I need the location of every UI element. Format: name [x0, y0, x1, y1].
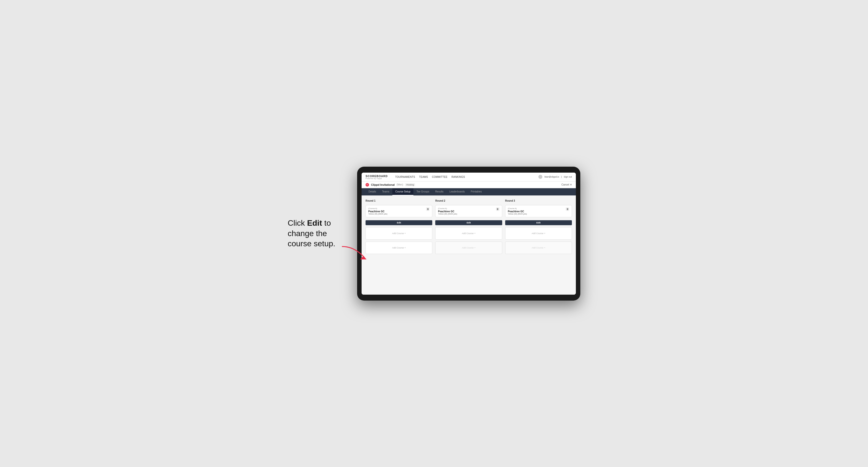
nav-right: blair@clippd.io | Sign out [538, 175, 572, 179]
round-3-course-name: Peachtree GC [508, 210, 566, 213]
tab-details[interactable]: Details [366, 188, 379, 195]
annotation-bold: Edit [307, 218, 322, 227]
logo-sub: Powered by clippd [366, 178, 388, 179]
round-2-course-card: (Course A) Peachtree GC Yellow (M) (6629… [435, 205, 502, 217]
round-2-add-course-2-label: Add Course + [462, 247, 475, 249]
round-3-delete-icon[interactable]: 🗑 [566, 207, 569, 211]
round-3-add-course-1[interactable]: Add Course + [505, 227, 572, 240]
tab-leaderboards[interactable]: Leaderboards [446, 188, 468, 195]
round-2-course-detail: Yellow (M) (6629 yds) [438, 213, 496, 215]
annotation-text: Click Edit to change the course setup. [288, 218, 357, 249]
cancel-x-icon: ✕ [570, 183, 572, 186]
main-content: Round 1 (Course A) Peachtree GC Yellow (… [362, 195, 576, 294]
round-2-delete-icon[interactable]: 🗑 [496, 207, 499, 211]
nav-committee[interactable]: COMMITTEE [432, 176, 447, 178]
round-1-delete-icon[interactable]: 🗑 [426, 207, 430, 211]
round-2-course-tag: (Course A) [438, 207, 496, 210]
nav-teams[interactable]: TEAMS [419, 176, 428, 178]
round-1-add-course-1-label: Add Course + [392, 232, 406, 235]
round-1-course-card: (Course A) Peachtree GC Yellow (M) (6629… [366, 205, 432, 217]
annotation-prefix: Click [288, 218, 307, 227]
tab-course-setup[interactable]: Course Setup [392, 188, 413, 195]
round-3-course-info: (Course A) Peachtree GC Yellow (M) (6629… [508, 207, 566, 215]
cancel-button[interactable]: Cancel ✕ [561, 183, 572, 186]
tab-teams[interactable]: Teams [379, 188, 392, 195]
rounds-grid: Round 1 (Course A) Peachtree GC Yellow (… [366, 199, 572, 254]
tablet-screen: SCOREBOARD Powered by clippd TOURNAMENTS… [362, 173, 576, 294]
round-1-course-tag: (Course A) [368, 207, 426, 210]
hosting-badge: Hosting [405, 183, 415, 186]
tab-printables[interactable]: Printables [468, 188, 485, 195]
round-2-label: Round 2 [435, 199, 502, 202]
tab-bar: Details Teams Course Setup Tee Groups Re… [362, 188, 576, 195]
round-3-course-tag: (Course A) [508, 207, 566, 210]
round-2-column: Round 2 (Course A) Peachtree GC Yellow (… [435, 199, 502, 254]
nav-tournaments[interactable]: TOURNAMENTS [395, 176, 415, 178]
nav-rankings[interactable]: RANKINGS [452, 176, 465, 178]
round-3-edit-button[interactable]: Edit [505, 220, 572, 225]
tab-results[interactable]: Results [432, 188, 446, 195]
round-3-column: Round 3 (Course A) Peachtree GC Yellow (… [505, 199, 572, 254]
round-3-label: Round 3 [505, 199, 572, 202]
round-3-add-course-1-label: Add Course + [532, 232, 545, 235]
logo-title: SCOREBOARD [366, 175, 388, 178]
user-email: blair@clippd.io [545, 176, 559, 178]
round-1-edit-button[interactable]: Edit [366, 220, 432, 225]
breadcrumb-title: Clippd Invitational [371, 183, 395, 186]
round-3-add-course-2-label: Add Course + [532, 247, 545, 249]
sign-out-link[interactable]: Sign out [564, 176, 572, 178]
round-2-add-course-2: Add Course + [435, 242, 502, 254]
round-2-course-info: (Course A) Peachtree GC Yellow (M) (6629… [438, 207, 496, 215]
round-1-add-course-1[interactable]: Add Course + [366, 227, 432, 240]
page-wrapper: Click Edit to change the course setup. S… [260, 167, 608, 301]
round-2-course-name: Peachtree GC [438, 210, 496, 213]
nav-links: TOURNAMENTS TEAMS COMMITTEE RANKINGS [395, 176, 533, 178]
round-2-edit-button[interactable]: Edit [435, 220, 502, 225]
nav-separator: | [561, 176, 562, 178]
round-1-label: Round 1 [366, 199, 432, 202]
round-3-course-detail: Yellow (M) (6629 yds) [508, 213, 566, 215]
round-1-course-name: Peachtree GC [368, 210, 426, 213]
breadcrumb-bar: C Clippd Invitational (Men) Hosting Canc… [362, 182, 576, 188]
svg-marker-0 [360, 256, 367, 259]
round-1-course-detail: Yellow (M) (6629 yds) [368, 213, 426, 215]
tab-tee-groups[interactable]: Tee Groups [413, 188, 432, 195]
round-3-add-course-2: Add Course + [505, 242, 572, 254]
user-avatar [538, 175, 542, 179]
top-nav: SCOREBOARD Powered by clippd TOURNAMENTS… [362, 173, 576, 182]
round-2-add-course-1-label: Add Course + [462, 232, 475, 235]
round-2-add-course-1[interactable]: Add Course + [435, 227, 502, 240]
round-1-course-info: (Course A) Peachtree GC Yellow (M) (6629… [368, 207, 426, 215]
breadcrumb-gender: (Men) [397, 183, 403, 186]
logo-area: SCOREBOARD Powered by clippd [366, 175, 388, 179]
round-1-add-course-2-label: Add Course + [392, 247, 406, 249]
round-3-course-card: (Course A) Peachtree GC Yellow (M) (6629… [505, 205, 572, 217]
clippd-logo: C [366, 183, 369, 187]
arrow-icon [340, 244, 379, 264]
tablet: SCOREBOARD Powered by clippd TOURNAMENTS… [357, 167, 580, 301]
